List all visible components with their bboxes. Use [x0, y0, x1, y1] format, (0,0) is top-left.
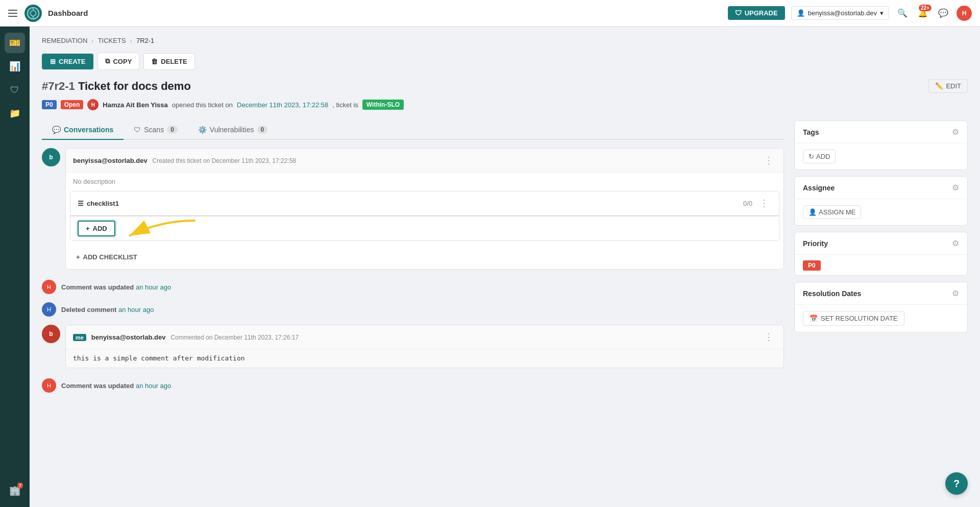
assign-me-button[interactable]: 👤 ASSIGN ME [803, 205, 861, 219]
activity-avatar-2: H [42, 302, 56, 317]
svg-point-1 [30, 10, 36, 16]
navbar-right: 🛡 UPGRADE 👤 benyissa@ostorlab.dev ▾ 🔍 🔔 … [728, 6, 972, 21]
user-avatar[interactable]: H [957, 6, 972, 21]
tab-conversations[interactable]: 💬 Conversations [42, 120, 124, 140]
priority-card-header: Priority ⚙ [795, 232, 967, 255]
priority-badge: P0 [42, 100, 57, 109]
checklist-count: 0/0 [743, 200, 752, 207]
priority-gear-button[interactable]: ⚙ [952, 238, 959, 248]
content-grid: 💬 Conversations 🛡 Scans 0 ⚙️ Vulnerabili… [42, 120, 968, 397]
checklist-header-right: 0/0 ⋮ [743, 197, 772, 210]
tab-scans[interactable]: 🛡 Scans 0 [124, 120, 188, 140]
content-main: 💬 Conversations 🛡 Scans 0 ⚙️ Vulnerabili… [42, 120, 784, 397]
tags-card-body: ↻ ADD [795, 143, 967, 170]
sidebar-item-scan[interactable]: 📊 [5, 56, 25, 77]
comment-author-2: benyissa@ostorlab.dev [91, 333, 166, 341]
activity-item-2: H Deleted comment an hour ago [42, 298, 784, 321]
refresh-icon: ↻ [808, 153, 814, 160]
comment-area-2: b me benyissa@ostorlab.dev Commented on … [42, 325, 784, 368]
add-checklist-button[interactable]: + ADD CHECKLIST [72, 251, 141, 263]
bell-icon[interactable]: 🔔 22+ [916, 6, 930, 20]
opened-text: opened this ticket on [172, 101, 233, 109]
help-button[interactable]: ? [945, 472, 968, 495]
tags-label: Tags [803, 128, 819, 136]
vuln-badge: 0 [257, 126, 268, 134]
activity-text-3: Comment was updated an hour ago [61, 382, 171, 390]
edit-icon: ✏️ [935, 82, 943, 90]
slo-badge: Within-SLO [362, 100, 404, 110]
ticket-meta: P0 Open H Hamza Ait Ben Yissa opened thi… [42, 99, 968, 110]
breadcrumb-tickets[interactable]: TICKETS [98, 37, 126, 44]
set-resolution-date-button[interactable]: 📅 SET RESOLUTION DATE [803, 311, 904, 326]
add-tag-button[interactable]: ↻ ADD [803, 150, 836, 163]
tabs: 💬 Conversations 🛡 Scans 0 ⚙️ Vulnerabili… [42, 120, 784, 140]
sidebar-item-vulns[interactable]: 🛡 [5, 80, 25, 100]
copy-icon: ⧉ [105, 57, 110, 65]
scans-icon: 🛡 [134, 126, 141, 134]
author-avatar: H [87, 99, 99, 110]
comment-body-text: No description [73, 178, 115, 185]
tags-card-header: Tags ⚙ [795, 121, 967, 143]
vuln-icon: ⚙️ [198, 126, 207, 134]
comment-header: benyissa@ostorlab.dev Created this ticke… [66, 149, 783, 173]
edit-button[interactable]: ✏️ EDIT [928, 79, 968, 93]
logo [24, 5, 42, 22]
comment-avatar-2: b [42, 325, 60, 343]
activity-avatar-1: H [42, 280, 56, 294]
navbar-title: Dashboard [48, 9, 88, 17]
resolution-dates-header: Resolution Dates ⚙ [795, 282, 967, 305]
checklist-more-button[interactable]: ⋮ [756, 197, 772, 210]
resolution-dates-gear-button[interactable]: ⚙ [952, 288, 959, 298]
delete-button[interactable]: 🗑 DELETE [143, 53, 194, 70]
assignee-label: Assignee [803, 184, 835, 192]
add-item-button[interactable]: + ADD [78, 221, 115, 236]
resolution-dates-card: Resolution Dates ⚙ 📅 SET RESOLUTION DATE [794, 282, 968, 332]
menu-icon[interactable] [8, 8, 18, 18]
breadcrumb-current: 7R2-1 [136, 37, 154, 44]
comment-more-button[interactable]: ⋮ [761, 154, 776, 167]
comment-body-2: this is a simple comment after modificat… [66, 349, 783, 368]
chat-icon[interactable]: 💬 [936, 6, 950, 20]
sidebar-icon-badge: 7 [17, 482, 23, 489]
sidebar-bottom: 🏢 7 [5, 480, 25, 501]
comment-header-2: me benyissa@ostorlab.dev Commented on De… [66, 325, 783, 349]
tags-gear-button[interactable]: ⚙ [952, 127, 959, 137]
add-checklist-row: + ADD CHECKLIST [66, 245, 783, 269]
copy-button[interactable]: ⧉ COPY [97, 53, 139, 70]
search-icon[interactable]: 🔍 [895, 6, 910, 20]
breadcrumb: REMEDIATION › TICKETS › 7R2-1 [42, 37, 968, 44]
plus-icon-2: + [76, 253, 80, 261]
create-button[interactable]: ⊞ CREATE [42, 54, 93, 69]
conversations-icon: 💬 [52, 126, 61, 134]
app-sidebar: 🎫 📊 🛡 📁 🏢 7 [0, 27, 30, 507]
activity-text-1: Comment was updated an hour ago [61, 283, 171, 291]
comment-more-button-2[interactable]: ⋮ [761, 330, 776, 344]
priority-card-body: P0 [795, 255, 967, 275]
plus-icon: + [86, 225, 90, 232]
sidebar-item-tickets[interactable]: 🎫 [5, 33, 25, 53]
calendar-icon: 📅 [810, 315, 818, 322]
breadcrumb-sep-2: › [130, 37, 132, 44]
assignee-gear-button[interactable]: ⚙ [952, 183, 959, 192]
checklist-icon: ☰ [78, 200, 84, 207]
yellow-arrow-annotation [119, 215, 201, 241]
sidebar-item-settings[interactable]: 🏢 7 [5, 480, 25, 501]
upgrade-button[interactable]: 🛡 UPGRADE [728, 6, 785, 20]
checklist-card: ☰ checklist1 0/0 ⋮ [70, 191, 779, 241]
create-icon: ⊞ [50, 58, 56, 65]
ticket-header: #7r2-1 Ticket for docs demo ✏️ EDIT [42, 79, 968, 93]
comment-body: No description [66, 173, 783, 191]
me-badge: me [73, 334, 86, 341]
tab-vulnerabilities[interactable]: ⚙️ Vulnerabilities 0 [188, 120, 278, 140]
priority-value: P0 [803, 260, 821, 271]
navbar: Dashboard 🛡 UPGRADE 👤 benyissa@ostorlab.… [0, 0, 980, 27]
checklist-title: ☰ checklist1 [78, 200, 119, 207]
resolution-dates-label: Resolution Dates [803, 289, 861, 298]
chevron-down-icon: ▾ [880, 9, 884, 17]
user-menu[interactable]: 👤 benyissa@ostorlab.dev ▾ [791, 6, 889, 20]
breadcrumb-remediation[interactable]: REMEDIATION [42, 37, 87, 44]
resolution-dates-body: 📅 SET RESOLUTION DATE [795, 305, 967, 332]
comment-meta: benyissa@ostorlab.dev Created this ticke… [73, 156, 296, 164]
comment-author-name: benyissa@ostorlab.dev [73, 157, 148, 164]
sidebar-item-assets[interactable]: 📁 [5, 103, 25, 124]
